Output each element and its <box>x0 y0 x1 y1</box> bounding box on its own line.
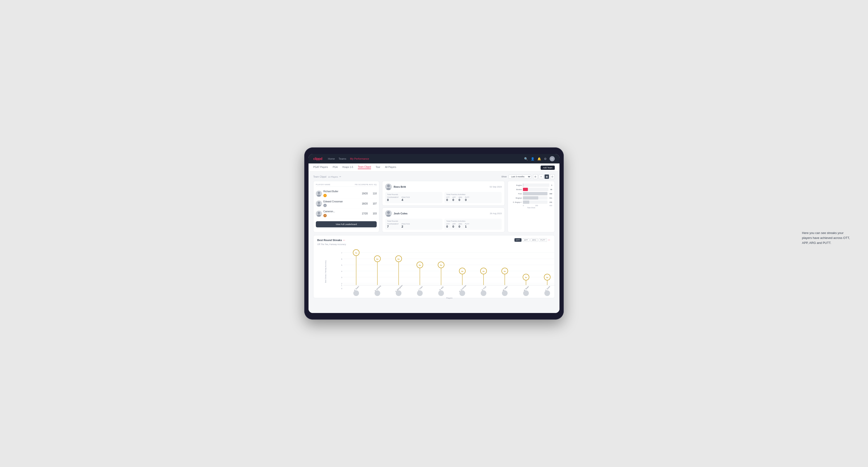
svg-point-1 <box>317 195 321 197</box>
ott-val-2: 0 <box>446 225 450 228</box>
subnav-pgat[interactable]: PGAT Players <box>313 166 328 169</box>
chart-subtitle: Off The Tee, Fairway Accuracy <box>317 243 551 246</box>
grid-view-btn[interactable]: ⊞ <box>533 174 538 179</box>
card-view-btn[interactable]: ▦ <box>545 174 549 179</box>
card-date-1: 02 Sep 2023 <box>490 186 502 188</box>
rank-badge-3: 3 <box>323 214 327 217</box>
player-info: Richard Butler 1 <box>316 190 360 197</box>
bar-row-bogeys: Bogeys 311 <box>510 196 552 199</box>
svg-text:7x: 7x <box>355 252 357 254</box>
bar-row-dbogeys: D. Bogeys + 131 <box>510 200 552 204</box>
settings-icon[interactable]: ⚙ <box>544 157 547 161</box>
svg-text:3x: 3x <box>546 276 549 279</box>
svg-text:E. Ewert: E. Ewert <box>354 286 360 291</box>
bottom-header: Best Round Streaks ← OTT APP ARG PUTT ← <box>317 238 551 242</box>
nav-my-performance[interactable]: My Performance <box>350 157 369 160</box>
svg-point-4 <box>318 212 320 214</box>
nav-home[interactable]: Home <box>328 157 335 160</box>
team-header: Team Clippd 14 Players ✏ Show Last 3 mon… <box>313 174 555 179</box>
bar-label-birdies: Birdies <box>510 188 522 191</box>
avatar[interactable]: U <box>550 156 555 161</box>
subnav-team-clippd[interactable]: Team Clippd <box>358 165 371 169</box>
svg-text:M. Miller: M. Miller <box>502 285 508 291</box>
practice-activities-group-1: Total Practice Activities OTT 0 APP 0 <box>444 192 502 203</box>
app-val-2: 0 <box>453 225 456 228</box>
leaderboard-panel: PLAYER NAME PB SCORE PB AVG SQ Richard B… <box>313 181 379 232</box>
bell-icon[interactable]: 🔔 <box>537 157 541 161</box>
rank-badge-2: 2 <box>323 204 327 207</box>
subnav-pga[interactable]: PGA <box>333 166 338 169</box>
arg-val-1: 0 <box>459 198 462 201</box>
bar-label-bogeys: Bogeys <box>510 197 522 199</box>
bar-track-bogeys <box>523 196 548 199</box>
view-full-leaderboard-button[interactable]: View Full Leaderboard <box>316 221 377 227</box>
rank-badge-1: 1 <box>323 194 327 197</box>
svg-text:1: 1 <box>341 284 342 286</box>
total-rounds-label-1: Total Rounds <box>387 193 441 195</box>
bar-fill-eagles <box>523 184 523 187</box>
filter-arg-button[interactable]: ARG <box>530 238 538 242</box>
add-team-button[interactable]: Add Team <box>540 165 555 170</box>
svg-point-0 <box>318 192 320 194</box>
card-stats-1: Total Rounds Tournament 8 Practice 4 <box>385 192 502 203</box>
top-nav: clippd Home Teams My Performance 🔍 👤 🔔 ⚙… <box>309 154 559 163</box>
sub-nav-right: Add Team <box>540 165 555 170</box>
svg-text:5x: 5x <box>440 264 442 266</box>
total-rounds-label-2: Total Rounds <box>387 220 441 222</box>
streak-chart-svg: 7 6 5 4 3 2 1 0 7x E. Ewert <box>334 248 558 295</box>
svg-point-3 <box>317 205 321 207</box>
filter-ott-button[interactable]: OTT <box>515 238 522 242</box>
practice-val-2: 2 <box>401 225 410 228</box>
svg-text:D. Ford: D. Ford <box>482 286 487 291</box>
bar-chart-panel: Eagles 3 Birdies 96 <box>507 181 555 232</box>
table-view-btn[interactable]: ⊟ <box>550 174 555 179</box>
practice-activities-label-2: Total Practice Activities <box>446 220 500 222</box>
filter-putt-button[interactable]: PUTT <box>539 238 547 242</box>
subnav-all-players[interactable]: All Players <box>385 166 396 169</box>
svg-point-6 <box>387 184 390 187</box>
putt-val-1: 0 <box>465 198 469 201</box>
y-axis-label-container: Best Streak, Fairway Accuracy <box>317 248 334 295</box>
player-cards-panel: Rees Britt 02 Sep 2023 Total Rounds Tour… <box>382 181 505 232</box>
search-icon[interactable]: 🔍 <box>524 157 528 161</box>
annotation-text: Here you can see streaks your players ha… <box>802 231 850 245</box>
time-filter-select[interactable]: Last 3 months Last 1 month Last 6 months… <box>508 175 531 179</box>
bar-chart: Eagles 3 Birdies 96 <box>510 184 552 204</box>
bar-fill-pars <box>523 192 548 195</box>
tablet-device: clippd Home Teams My Performance 🔍 👤 🔔 ⚙… <box>304 148 564 319</box>
pb-avg-1: 110 <box>370 192 377 195</box>
card-avatar-1 <box>385 184 392 190</box>
view-icons: ⊞ ≡ ▦ ⊟ <box>533 174 555 179</box>
svg-text:R. Britt: R. Britt <box>439 286 444 291</box>
lb-header: PLAYER NAME PB SCORE PB AVG SQ <box>316 184 377 187</box>
edit-icon[interactable]: ✏ <box>339 176 341 178</box>
card-date-2: 26 Aug 2023 <box>490 212 502 215</box>
putt-val-2: 1 <box>465 225 469 228</box>
filter-app-button[interactable]: APP <box>522 238 530 242</box>
streak-chart-wrapper: Best Streak, Fairway Accuracy 7 6 <box>317 248 551 295</box>
subnav-tour[interactable]: Tour <box>376 166 380 169</box>
pb-score-3: 17/20 <box>362 212 368 215</box>
subnav-hcaps[interactable]: Hcaps 1-5 <box>342 166 353 169</box>
svg-point-29 <box>353 290 359 296</box>
svg-text:7: 7 <box>341 252 342 254</box>
lb-col-name: PLAYER NAME <box>316 184 355 186</box>
player-name-3: Cameron... <box>323 210 335 213</box>
list-view-btn[interactable]: ≡ <box>539 174 544 179</box>
card-player-name-1: Rees Britt <box>394 185 406 188</box>
svg-text:4x: 4x <box>504 270 506 272</box>
svg-text:Players: Players <box>446 297 453 299</box>
bar-fill-dbogeys <box>523 200 529 204</box>
total-rounds-group-1: Total Rounds Tournament 8 Practice 4 <box>385 192 442 203</box>
svg-point-54 <box>460 290 465 296</box>
card-stats-2: Total Rounds Tournament 7 Practice 2 <box>385 219 502 230</box>
total-rounds-group-2: Total Rounds Tournament 7 Practice 2 <box>385 219 442 230</box>
user-icon[interactable]: 👤 <box>531 157 534 161</box>
team-title: Team Clippd 14 Players <box>313 176 338 178</box>
nav-teams[interactable]: Teams <box>339 157 346 160</box>
activities-stat-row-2: OTT 0 APP 0 ARG 0 <box>446 223 500 228</box>
annotation-box: Here you can see streaks your players ha… <box>802 231 854 245</box>
svg-point-64 <box>502 290 507 296</box>
card-player-name-2: Josh Coles <box>394 212 408 215</box>
player-card-1: Rees Britt 02 Sep 2023 Total Rounds Tour… <box>382 181 505 206</box>
